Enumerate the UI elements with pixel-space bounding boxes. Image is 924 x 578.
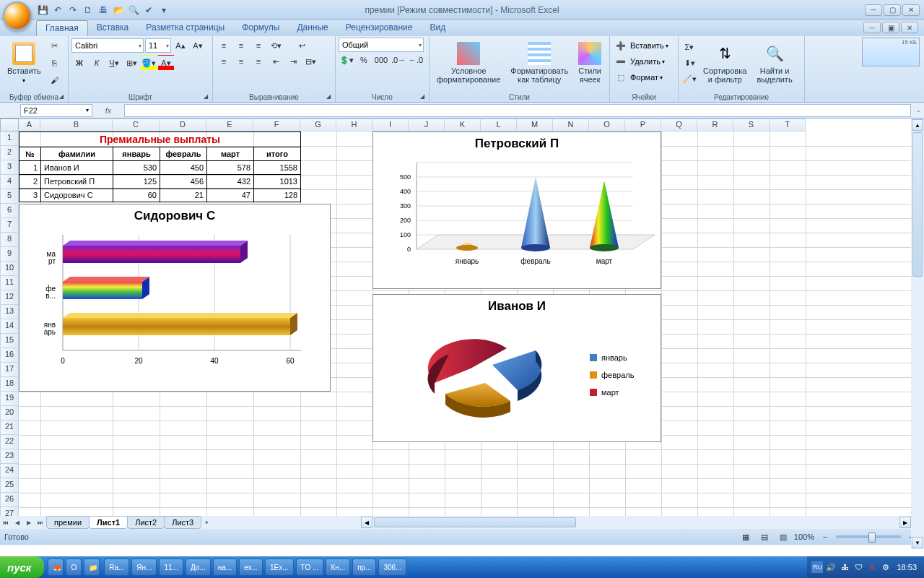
zoom-out-icon[interactable]: −: [817, 529, 833, 545]
tray-icon[interactable]: 🖧: [839, 561, 850, 573]
currency-icon[interactable]: 💲▾: [339, 52, 354, 68]
number-format-combo[interactable]: Общий: [339, 38, 424, 52]
office-button[interactable]: [3, 1, 32, 30]
close-button[interactable]: ✕: [902, 4, 920, 16]
tab-view[interactable]: Вид: [421, 20, 454, 36]
col-header[interactable]: T: [770, 118, 806, 131]
sheet-tab[interactable]: Лист2: [127, 516, 165, 529]
col-header[interactable]: K: [445, 118, 481, 131]
chart-petrovsky[interactable]: Петровский П 0: [372, 131, 661, 289]
undo-icon[interactable]: ↶: [51, 4, 64, 17]
format-table-button[interactable]: Форматировать как таблицу: [506, 40, 572, 85]
autosum-icon[interactable]: Σ▾: [681, 39, 697, 55]
tray-icon[interactable]: 🔊: [825, 561, 837, 573]
lang-indicator[interactable]: RU: [811, 561, 823, 573]
row-header[interactable]: 11: [0, 276, 19, 290]
format-cells-label[interactable]: Формат: [630, 73, 658, 82]
sheet-last-icon[interactable]: ⏭: [35, 517, 46, 528]
find-select-button[interactable]: 🔍 Найти и выделить: [752, 40, 796, 85]
fill-icon[interactable]: ⬇▾: [681, 55, 697, 71]
comma-icon[interactable]: 000: [373, 52, 389, 68]
doc-minimize-button[interactable]: ─: [863, 22, 881, 33]
row-header[interactable]: 6: [0, 204, 19, 218]
conditional-format-button[interactable]: Условное форматирование: [432, 40, 505, 85]
col-header[interactable]: B: [40, 118, 113, 131]
formula-input[interactable]: [124, 104, 911, 117]
vertical-scrollbar[interactable]: ▲ ▼: [911, 118, 924, 549]
tray-icon[interactable]: 🛡: [853, 561, 864, 573]
taskbar-item[interactable]: Ян...: [131, 558, 157, 576]
row-header[interactable]: 19: [0, 392, 19, 406]
col-header[interactable]: E: [206, 118, 253, 131]
insert-cells-icon[interactable]: ➕: [613, 38, 629, 53]
decrease-indent-icon[interactable]: ⇤: [268, 53, 284, 69]
format-cells-icon[interactable]: ⬚: [613, 69, 629, 85]
quicklaunch-icon[interactable]: 📁: [84, 558, 100, 576]
sheet-first-icon[interactable]: ⏮: [0, 517, 12, 528]
copy-icon[interactable]: ⎘: [47, 55, 63, 71]
merge-icon[interactable]: ⊟▾: [302, 53, 318, 69]
new-sheet-icon[interactable]: ✦: [201, 517, 212, 528]
format-painter-icon[interactable]: 🖌: [47, 72, 63, 88]
bold-button[interactable]: Ж: [71, 55, 87, 71]
cell-styles-button[interactable]: Стили ячеек: [574, 40, 606, 85]
doc-restore-button[interactable]: ▣: [882, 22, 899, 33]
increase-indent-icon[interactable]: ⇥: [285, 53, 301, 69]
row-header[interactable]: 24: [0, 464, 19, 478]
clear-icon[interactable]: 🧹▾: [681, 71, 697, 87]
orientation-icon[interactable]: ⟲▾: [268, 38, 284, 53]
col-header[interactable]: A: [19, 118, 40, 131]
col-header[interactable]: N: [553, 118, 589, 131]
minimize-button[interactable]: ─: [865, 4, 882, 16]
decrease-decimal-icon[interactable]: ←.0: [408, 52, 424, 68]
name-box[interactable]: F22▾: [20, 104, 92, 117]
tab-insert[interactable]: Вставка: [88, 20, 138, 36]
redo-icon[interactable]: ↷: [66, 4, 79, 17]
align-right-icon[interactable]: ≡: [250, 53, 266, 69]
cells[interactable]: Премиальные выплаты №фамилииянварьфеврал…: [19, 131, 924, 529]
tray-icon[interactable]: ⚙: [880, 561, 892, 573]
row-header[interactable]: 20: [0, 406, 19, 420]
col-header[interactable]: M: [517, 118, 553, 131]
row-header[interactable]: 26: [0, 493, 19, 507]
wrap-text-icon[interactable]: ↩: [294, 38, 310, 53]
qat-more-icon[interactable]: ▾: [157, 4, 170, 17]
clock[interactable]: 18:53: [894, 563, 920, 571]
col-header[interactable]: L: [481, 118, 517, 131]
col-header[interactable]: P: [625, 118, 661, 131]
col-header[interactable]: S: [733, 118, 770, 131]
col-header[interactable]: D: [160, 118, 206, 131]
sheet-tab[interactable]: Лист3: [164, 516, 201, 529]
row-header[interactable]: 12: [0, 290, 19, 305]
taskbar-item[interactable]: Кн...: [326, 558, 350, 576]
doc-close-button[interactable]: ✕: [901, 22, 918, 33]
tab-home[interactable]: Главная: [36, 20, 88, 36]
view-pagebreak-icon[interactable]: ▥: [775, 529, 791, 545]
row-header[interactable]: 14: [0, 319, 19, 334]
align-left-icon[interactable]: ≡: [216, 53, 232, 69]
font-name-combo[interactable]: Calibri: [71, 38, 144, 53]
zoom-level[interactable]: 100%: [794, 532, 814, 541]
align-top-icon[interactable]: ≡: [216, 38, 232, 53]
maximize-button[interactable]: ▢: [884, 4, 901, 16]
col-header[interactable]: I: [372, 118, 409, 131]
row-header[interactable]: 25: [0, 478, 19, 493]
paste-button[interactable]: Вставить ▾: [3, 40, 45, 85]
quicklaunch-icon[interactable]: O: [66, 558, 82, 576]
col-header[interactable]: Q: [661, 118, 697, 131]
border-icon[interactable]: ⊞▾: [123, 55, 139, 71]
increase-decimal-icon[interactable]: .0→: [391, 52, 406, 68]
row-header[interactable]: 1: [0, 131, 19, 146]
preview-icon[interactable]: 🔍: [127, 4, 140, 17]
percent-icon[interactable]: %: [356, 52, 372, 68]
col-header[interactable]: F: [253, 118, 300, 131]
col-header[interactable]: R: [697, 118, 733, 131]
insert-cells-label[interactable]: Вставить: [630, 41, 664, 50]
taskbar-item[interactable]: пр...: [352, 558, 376, 576]
taskbar-item[interactable]: 306...: [378, 558, 406, 576]
expand-formula-icon[interactable]: ⌄: [912, 107, 924, 113]
sheet-prev-icon[interactable]: ◀: [12, 517, 23, 528]
open-icon[interactable]: 📂: [112, 4, 125, 17]
taskbar-item[interactable]: ex...: [239, 558, 263, 576]
tab-formulas[interactable]: Формулы: [233, 20, 288, 36]
